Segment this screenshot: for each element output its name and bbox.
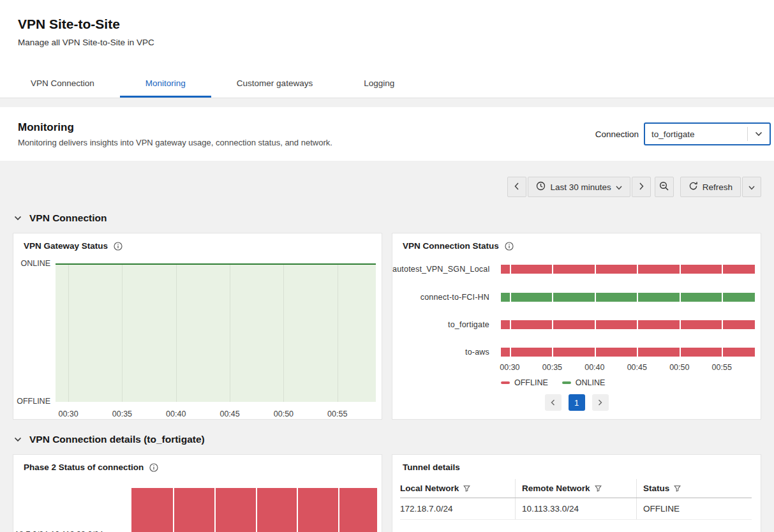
gridline [122, 265, 123, 402]
gridline [68, 265, 69, 402]
tab-bar: VPN Connection Monitoring Customer gatew… [5, 70, 420, 98]
time-shift-forward-button[interactable] [632, 177, 651, 197]
panel-vpn-gateway-status: VPN Gateway Status ONLINE OFFLINE 00:30 … [13, 233, 382, 420]
x-tick: 00:40 [162, 410, 190, 418]
gridline [230, 265, 230, 402]
cell-remote-network: 10.113.33.0/24 [515, 498, 636, 519]
x-tick: 00:55 [708, 363, 736, 372]
cell-local-network: 172.18.7.0/24 [400, 504, 515, 514]
section-title: VPN Connection [29, 212, 107, 224]
legend-swatch [562, 381, 571, 384]
x-tick: 00:45 [623, 363, 651, 372]
app-header: VPN Site-to-Site Manage all VPN Site-to-… [0, 0, 774, 98]
x-tick: 00:35 [538, 363, 566, 372]
category-label: to-aws [392, 348, 489, 357]
info-icon[interactable] [505, 242, 514, 251]
info-icon[interactable] [149, 463, 158, 472]
time-range-label: Last 30 minutes [550, 182, 611, 192]
x-tick: 00:30 [54, 410, 82, 418]
time-range-group: Last 30 minutes [507, 177, 650, 197]
status-bar [501, 320, 755, 329]
category-label: autotest_VPN_SGN_Local [392, 265, 489, 274]
refresh-interval-button[interactable] [742, 177, 761, 197]
connection-select-value: to_fortigate [651, 129, 747, 139]
refresh-label: Refresh [703, 182, 733, 192]
refresh-button[interactable]: Refresh [680, 177, 741, 197]
x-tick: 00:50 [269, 410, 297, 418]
chevron-left-icon [551, 398, 555, 408]
page-title: VPN Site-to-Site [0, 0, 774, 32]
filter-icon[interactable] [674, 485, 681, 492]
panel-title: Tunnel details [403, 462, 460, 472]
x-axis: 00:30 00:35 00:40 00:45 00:50 00:55 [501, 363, 755, 373]
gridline [510, 265, 511, 357]
pagination-page-1-button[interactable]: 1 [569, 394, 585, 411]
column-header-label: Remote Network [522, 484, 590, 493]
monitoring-description: Monitoring delivers insights into VPN ga… [18, 138, 595, 147]
section-vpn-connection-details: VPN Connection details (to_fortigate) [13, 434, 761, 445]
filter-icon[interactable] [595, 485, 602, 492]
gridline [595, 265, 596, 357]
gridline [256, 488, 257, 532]
panel-title: Phase 2 Status of connection [24, 462, 144, 472]
page-subtitle: Manage all VPN Site-to-Site in VPC [0, 32, 774, 47]
gridline [637, 265, 638, 357]
pagination-next-button[interactable] [592, 394, 609, 411]
time-shift-back-button[interactable] [507, 177, 526, 197]
panel-title: VPN Gateway Status [24, 241, 108, 251]
info-icon[interactable] [114, 242, 123, 251]
status-bar [501, 293, 755, 302]
y-axis-label-online: ONLINE [15, 259, 50, 268]
x-tick: 00:45 [216, 410, 244, 418]
panel-phase2-status: Phase 2 Status of connection 18.7.0/24-1… [13, 454, 382, 532]
column-header-remote-network: Remote Network [515, 479, 636, 498]
monitoring-content: Last 30 minutes Refresh [0, 177, 774, 532]
gridline [338, 488, 339, 532]
time-range-button[interactable]: Last 30 minutes [528, 177, 630, 197]
panel-row-connection: VPN Gateway Status ONLINE OFFLINE 00:30 … [13, 233, 761, 420]
connection-status-chart [501, 265, 755, 367]
x-tick: 00:50 [666, 363, 694, 372]
chart-legend: OFFLINE ONLINE [501, 378, 605, 387]
gridline [338, 265, 338, 402]
tab-logging[interactable]: Logging [338, 70, 420, 98]
tunnel-details-table: Local Network Remote Network Status [400, 479, 752, 520]
gridline [680, 265, 681, 357]
tab-monitoring[interactable]: Monitoring [120, 70, 211, 98]
time-toolbar: Last 30 minutes Refresh [13, 177, 761, 197]
connection-picker: Connection to_fortigate [595, 122, 774, 145]
connection-label: Connection [595, 129, 639, 139]
section-title: VPN Connection details (to_fortigate) [29, 434, 205, 445]
legend-item-offline: OFFLINE [501, 378, 548, 387]
category-label: to_fortigate [392, 320, 489, 329]
table-header-row: Local Network Remote Network Status [400, 479, 752, 498]
panel-row-details: Phase 2 Status of connection 18.7.0/24-1… [13, 454, 761, 532]
gateway-status-chart [56, 263, 376, 402]
category-label: connect-to-FCI-HN [392, 293, 489, 302]
zoom-out-icon [659, 181, 669, 193]
panel-tunnel-details: Tunnel details Local Network Remote Netw… [392, 454, 761, 532]
tab-vpn-connection[interactable]: VPN Connection [5, 70, 120, 98]
zoom-out-button[interactable] [655, 177, 674, 197]
monitoring-band: Monitoring Monitoring delivers insights … [0, 107, 774, 161]
x-tick: 00:35 [108, 410, 136, 418]
chevron-down-icon [616, 182, 622, 192]
tab-customer-gateways[interactable]: Customer gateways [211, 70, 338, 98]
status-bar [501, 348, 755, 357]
legend-label: OFFLINE [514, 378, 548, 387]
chevron-down-icon [748, 182, 755, 192]
filter-icon[interactable] [463, 485, 470, 492]
collapse-chevron-icon[interactable] [14, 216, 22, 221]
pagination-prev-button[interactable] [545, 394, 562, 411]
collapse-chevron-icon[interactable] [14, 437, 22, 442]
x-tick: 00:40 [581, 363, 609, 372]
y-axis-label-offline: OFFLINE [15, 397, 50, 406]
connection-select[interactable]: to_fortigate [644, 122, 771, 145]
refresh-icon [688, 181, 698, 193]
gridline [173, 488, 174, 532]
column-header-local-network: Local Network [400, 484, 515, 493]
cell-status: OFFLINE [636, 498, 752, 519]
legend-item-online: ONLINE [562, 378, 606, 387]
gridline [297, 488, 298, 532]
gridline [722, 265, 723, 357]
